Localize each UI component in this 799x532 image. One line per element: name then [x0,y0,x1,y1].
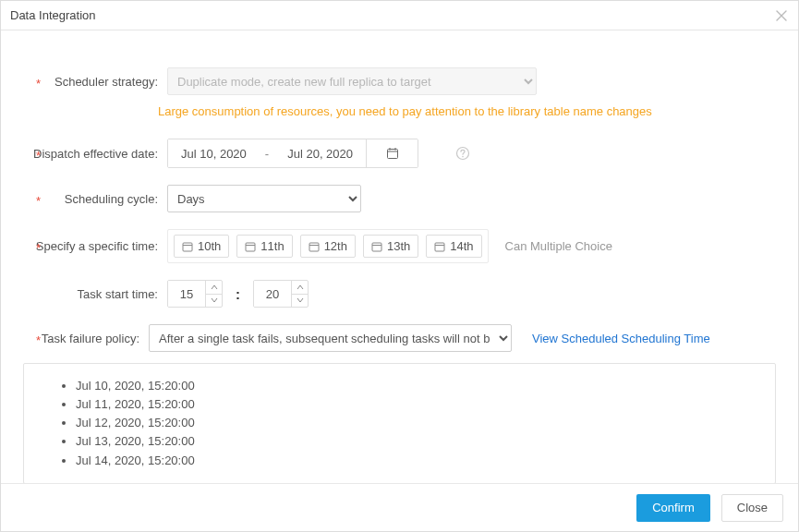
confirm-button[interactable]: Confirm [636,494,710,522]
scheduler-strategy-select[interactable]: Duplicate mode, create new full replica … [167,67,537,95]
day-chip[interactable]: 11th [236,235,292,258]
help-icon[interactable] [455,146,470,161]
specific-time-label: Specify a specific time: [36,239,158,253]
svg-point-5 [462,156,464,158]
view-schedule-link[interactable]: View Scheduled Scheduling Time [532,332,710,345]
svg-rect-10 [309,243,319,251]
day-chip-label: 12th [324,239,347,253]
dialog-titlebar: Data Integration [1,1,798,30]
dialog-title: Data Integration [10,8,96,22]
date-range-picker[interactable]: Jul 10, 2020 - Jul 20, 2020 [167,139,418,168]
day-chip-label: 13th [387,239,410,253]
calendar-small-icon [182,241,193,252]
dialog-footer: Confirm Close [1,483,798,531]
scheduled-times-box: Jul 10, 2020, 15:20:00 Jul 11, 2020, 15:… [23,363,776,484]
chevron-down-icon[interactable] [206,295,222,308]
time-colon: : [236,286,240,302]
hour-input[interactable] [168,281,205,307]
day-chip[interactable]: 13th [363,235,418,258]
list-item: Jul 12, 2020, 15:20:00 [76,414,775,432]
chevron-down-icon[interactable] [292,295,308,308]
dispatch-date-label: Dispatch effective date: [33,147,158,161]
day-chip[interactable]: 12th [300,235,356,258]
chevron-up-icon[interactable] [292,281,308,295]
svg-rect-12 [372,243,381,251]
day-chip-label: 10th [198,239,221,253]
day-chip-label: 14th [450,239,473,253]
close-button[interactable]: Close [721,494,783,522]
svg-rect-6 [183,243,192,251]
close-icon[interactable] [774,8,789,23]
list-item: Jul 11, 2020, 15:20:00 [76,395,775,414]
scheduler-strategy-label: Scheduler strategy: [54,75,158,89]
hour-stepper[interactable] [167,280,223,308]
date-to: Jul 20, 2020 [274,139,366,167]
chevron-up-icon[interactable] [206,281,222,295]
day-chip[interactable]: 10th [174,235,229,258]
multiple-choice-hint: Can Multiple Choice [505,239,612,253]
cycle-label: Scheduling cycle: [65,192,158,206]
svg-rect-0 [387,150,397,159]
list-item: Jul 14, 2020, 15:20:00 [76,452,775,470]
minute-stepper[interactable] [253,280,309,308]
calendar-small-icon [371,241,382,252]
list-item: Jul 10, 2020, 15:20:00 [76,377,775,395]
minute-input[interactable] [254,281,291,307]
day-chip-group: 10th 11th 12th 13th 14th [167,229,489,263]
calendar-small-icon [309,241,320,252]
failure-policy-label: Task failure policy: [42,332,139,345]
cycle-select[interactable]: Days [167,185,361,212]
failure-policy-select[interactable]: After a single task fails, subsequent sc… [149,324,512,352]
date-from: Jul 10, 2020 [168,139,260,167]
list-item: Jul 13, 2020, 15:20:00 [76,432,775,451]
calendar-icon[interactable] [366,139,418,167]
dialog-body: * Scheduler strategy: Duplicate mode, cr… [1,30,798,493]
day-chip[interactable]: 14th [426,235,481,258]
day-chip-label: 11th [260,239,284,253]
calendar-small-icon [434,241,445,252]
calendar-small-icon [245,241,256,252]
start-time-label: Task start time: [78,287,158,301]
svg-rect-14 [435,243,444,251]
date-dash: - [260,139,274,167]
warning-text: Large consumption of resources, you need… [158,104,780,118]
svg-rect-8 [246,243,255,251]
